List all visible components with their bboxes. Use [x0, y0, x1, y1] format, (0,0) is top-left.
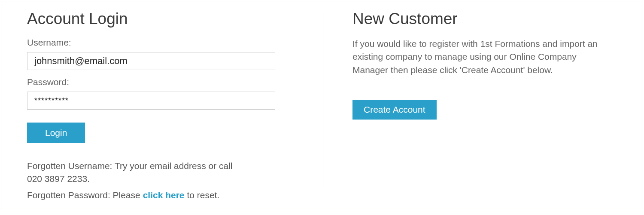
- forgotten-password-text: Forgotten Password: Please click here to…: [27, 190, 298, 200]
- forgotten-password-prefix: Forgotten Password: Please: [27, 190, 143, 200]
- new-customer-section: New Customer If you would like to regist…: [323, 1, 643, 214]
- new-customer-heading: New Customer: [352, 10, 612, 28]
- forgotten-password-link[interactable]: click here: [143, 190, 185, 200]
- password-input[interactable]: [27, 92, 275, 110]
- login-button[interactable]: Login: [27, 123, 85, 143]
- account-login-section: Account Login Username: Password: Login …: [1, 1, 323, 214]
- login-register-panel: Account Login Username: Password: Login …: [1, 1, 643, 214]
- login-heading: Account Login: [27, 10, 298, 28]
- vertical-divider: [323, 11, 323, 189]
- new-customer-body: If you would like to register with 1st F…: [352, 37, 606, 77]
- create-account-button[interactable]: Create Account: [352, 100, 437, 120]
- forgotten-username-text: Forgotten Username: Try your email addre…: [27, 160, 246, 186]
- username-label: Username:: [27, 37, 298, 48]
- forgotten-password-suffix: to reset.: [185, 190, 220, 200]
- password-label: Password:: [27, 77, 298, 87]
- username-input[interactable]: [27, 52, 275, 70]
